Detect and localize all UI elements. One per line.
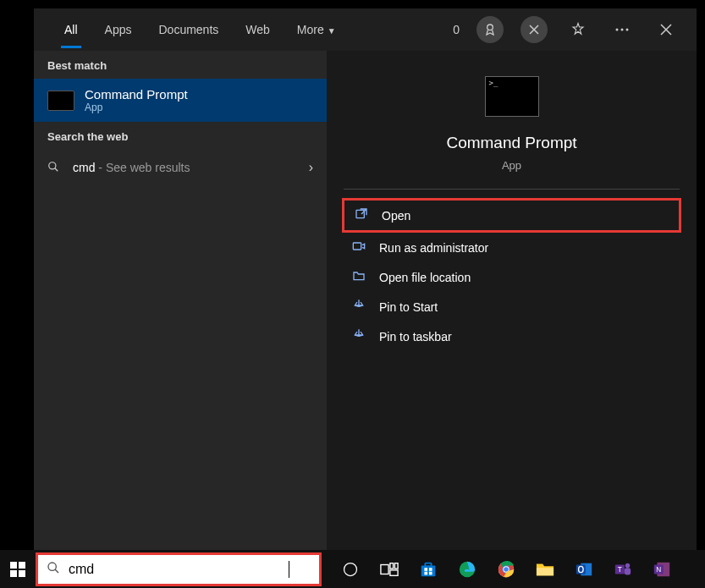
svg-rect-18: [429, 571, 432, 574]
svg-point-30: [625, 563, 631, 568]
action-label: Open: [382, 209, 410, 223]
open-icon: [353, 207, 370, 223]
detail-app-icon: [485, 76, 539, 117]
outlook-icon[interactable]: [572, 558, 596, 581]
best-match-header: Best match: [34, 51, 327, 79]
text-cursor: [289, 561, 289, 578]
action-open-location[interactable]: Open file location: [342, 262, 681, 292]
tab-web[interactable]: Web: [232, 11, 284, 48]
svg-point-23: [504, 567, 509, 572]
more-options-icon[interactable]: [609, 16, 636, 43]
cortana-icon[interactable]: [339, 558, 362, 581]
svg-rect-6: [353, 243, 361, 250]
admin-icon: [350, 239, 367, 256]
cmd-app-icon: [47, 91, 74, 111]
tab-documents[interactable]: Documents: [145, 11, 232, 48]
svg-rect-5: [356, 210, 364, 217]
svg-rect-13: [421, 565, 436, 576]
search-input[interactable]: [69, 562, 289, 577]
svg-point-7: [48, 563, 56, 570]
microsoft-store-icon[interactable]: [416, 558, 440, 581]
action-label: Open file location: [379, 271, 471, 284]
search-web-header: Search the web: [34, 122, 327, 150]
onenote-icon[interactable]: N: [650, 558, 674, 581]
svg-rect-17: [424, 571, 427, 574]
action-label: Pin to Start: [379, 300, 438, 314]
svg-rect-15: [424, 568, 427, 571]
detail-title: Command Prompt: [446, 134, 576, 152]
web-suffix-text: - See web results: [95, 161, 190, 174]
search-tabs-row: All Apps Documents Web More▼ 0: [34, 8, 697, 51]
action-label: Pin to taskbar: [379, 330, 452, 343]
rewards-count: 0: [453, 23, 460, 36]
close-window-icon[interactable]: [653, 16, 680, 43]
result-subtitle: App: [85, 102, 188, 113]
svg-text:T: T: [618, 565, 622, 573]
svg-rect-9: [381, 564, 388, 574]
svg-point-0: [487, 25, 493, 30]
svg-point-1: [616, 29, 619, 31]
folder-icon: [350, 269, 367, 285]
svg-rect-11: [394, 563, 398, 568]
result-title: Command Prompt: [85, 87, 188, 102]
pin-taskbar-icon: [350, 328, 367, 344]
svg-rect-24: [537, 568, 554, 575]
edge-icon[interactable]: [455, 558, 479, 581]
svg-rect-12: [390, 569, 398, 574]
action-label: Run as administrator: [379, 241, 488, 255]
search-icon: [47, 561, 60, 578]
web-result-cmd[interactable]: cmd - See web results ›: [34, 150, 327, 185]
action-pin-start[interactable]: Pin to Start: [342, 292, 681, 321]
tab-all[interactable]: All: [51, 11, 91, 48]
close-x-icon[interactable]: [520, 16, 548, 43]
svg-point-2: [621, 29, 624, 31]
taskbar-search-box[interactable]: [36, 552, 322, 586]
result-command-prompt[interactable]: Command Prompt App: [34, 79, 327, 122]
search-icon: [47, 161, 63, 175]
web-query-text: cmd: [73, 161, 95, 174]
feedback-icon[interactable]: [565, 16, 592, 43]
windows-logo-icon: [10, 562, 25, 577]
chrome-icon[interactable]: [494, 558, 518, 581]
action-open[interactable]: Open: [342, 198, 681, 233]
svg-point-3: [626, 29, 629, 31]
pin-start-icon: [350, 299, 367, 315]
taskbar: T N: [0, 550, 705, 588]
task-view-icon[interactable]: [377, 558, 401, 581]
action-pin-taskbar[interactable]: Pin to taskbar: [342, 321, 681, 351]
action-run-admin[interactable]: Run as administrator: [342, 233, 681, 262]
rewards-icon[interactable]: [476, 16, 504, 43]
chevron-right-icon[interactable]: ›: [309, 160, 313, 175]
chevron-down-icon: ▼: [328, 26, 336, 36]
tab-more[interactable]: More▼: [284, 11, 350, 48]
detail-subtitle: App: [502, 159, 521, 172]
svg-rect-10: [390, 563, 394, 568]
file-explorer-icon[interactable]: [533, 558, 557, 581]
tab-apps[interactable]: Apps: [91, 11, 146, 48]
detail-panel: Command Prompt App Open Run as administr…: [327, 51, 697, 550]
svg-rect-14: [425, 563, 431, 566]
svg-rect-16: [429, 568, 432, 571]
start-button[interactable]: [0, 550, 36, 588]
svg-point-4: [49, 162, 56, 168]
teams-icon[interactable]: T: [611, 558, 635, 581]
svg-point-8: [344, 563, 357, 575]
results-panel: Best match Command Prompt App Search the…: [34, 51, 327, 550]
svg-text:N: N: [656, 565, 661, 573]
svg-rect-31: [625, 568, 631, 574]
